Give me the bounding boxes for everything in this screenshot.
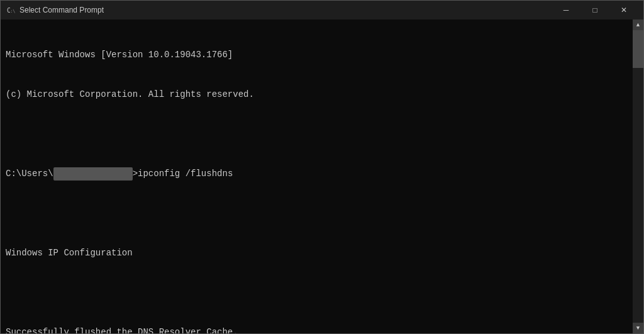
close-button[interactable]: ✕ — [609, 1, 638, 19]
output-line-3: C:\Users\ >ipconfig /flushdns — [6, 167, 628, 181]
output-line-blank-2 — [6, 207, 628, 220]
output-line-2: (c) Microsoft Corporation. All rights re… — [6, 88, 628, 101]
output-line-blank-1 — [6, 128, 628, 141]
title-bar: C :\ Select Command Prompt ─ □ ✕ — [1, 1, 643, 19]
minimize-button[interactable]: ─ — [552, 1, 580, 19]
cmd-icon: C :\ — [6, 5, 16, 15]
output-line-blank-3 — [6, 286, 628, 299]
content-area: Microsoft Windows [Version 10.0.19043.17… — [1, 19, 643, 333]
output-line-5: Windows IP Configuration — [6, 247, 628, 260]
terminal-output[interactable]: Microsoft Windows [Version 10.0.19043.17… — [1, 19, 633, 333]
scroll-up-button[interactable]: ▲ — [633, 19, 643, 30]
scroll-down-button[interactable]: ▼ — [633, 323, 643, 333]
window-title: Select Command Prompt — [19, 6, 552, 14]
redacted-username-1 — [53, 167, 133, 181]
output-line-7: Successfully flushed the DNS Resolver Ca… — [6, 326, 628, 333]
scrollbar[interactable]: ▲ ▼ — [633, 19, 643, 333]
scrollbar-track[interactable] — [633, 30, 643, 323]
svg-text::\: :\ — [10, 9, 15, 14]
cmd-window: C :\ Select Command Prompt ─ □ ✕ Microso… — [0, 0, 644, 334]
output-line-1: Microsoft Windows [Version 10.0.19043.17… — [6, 48, 628, 62]
maximize-button[interactable]: □ — [580, 1, 609, 19]
scrollbar-thumb[interactable] — [633, 30, 643, 68]
window-controls: ─ □ ✕ — [552, 1, 638, 19]
